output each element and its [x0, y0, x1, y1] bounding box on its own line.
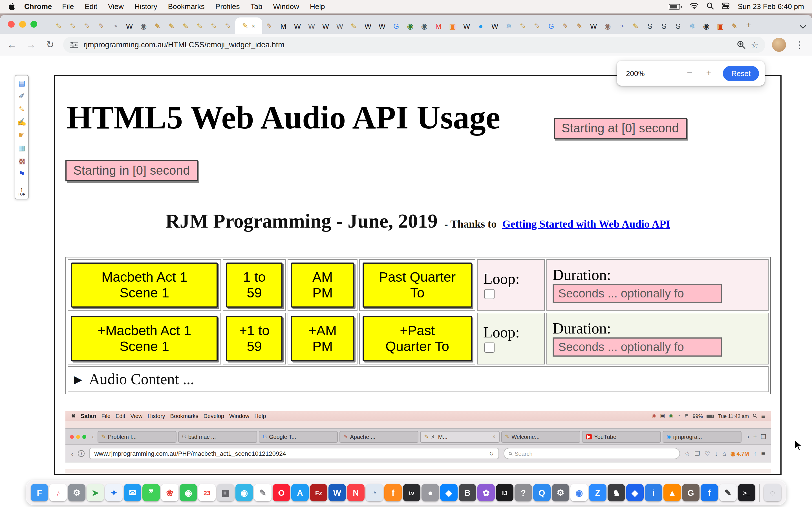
- macbeth-button[interactable]: Macbeth Act 1 Scene 1: [71, 263, 218, 307]
- dock-icon-purple-app[interactable]: ✿: [477, 484, 495, 501]
- add-duration-input[interactable]: [553, 337, 722, 356]
- browser-tab[interactable]: ▣: [713, 18, 727, 34]
- chrome-menu-icon[interactable]: ⋮: [793, 40, 806, 50]
- zoom-reset-button[interactable]: Reset: [723, 66, 759, 81]
- dock-icon-settings[interactable]: ⚙: [68, 484, 86, 501]
- new-tab-button[interactable]: +: [742, 18, 756, 33]
- menubar-item-profiles[interactable]: Profiles: [215, 2, 240, 11]
- add-am-pm-button[interactable]: +AM PM: [291, 316, 354, 361]
- browser-tab[interactable]: ✎: [179, 18, 193, 34]
- dock-icon-intellij[interactable]: IJ: [496, 484, 513, 501]
- duration-input[interactable]: [553, 284, 722, 303]
- dock-icon-zoom[interactable]: Z: [589, 484, 606, 501]
- browser-tab[interactable]: ✎: [52, 18, 66, 34]
- browser-tab[interactable]: ◔: [615, 18, 629, 34]
- menubar-item-window[interactable]: Window: [273, 2, 299, 11]
- menubar-item-view[interactable]: View: [108, 2, 124, 11]
- paint-tool-icon[interactable]: ✐: [18, 93, 25, 100]
- painting-icon[interactable]: ▩: [18, 157, 26, 165]
- browser-tab[interactable]: ▣: [446, 18, 460, 34]
- picture-frame-icon[interactable]: ▦: [18, 144, 26, 152]
- wifi-icon[interactable]: [690, 2, 699, 11]
- menubar-item-edit[interactable]: Edit: [85, 2, 97, 11]
- browser-tab[interactable]: ✎: [193, 18, 207, 34]
- tab-search-chevron-icon[interactable]: [800, 25, 806, 29]
- pointing-hand-icon[interactable]: ☛: [18, 131, 25, 138]
- add-macbeth-button[interactable]: +Macbeth Act 1 Scene 1: [71, 316, 218, 361]
- dock-icon-word[interactable]: W: [328, 484, 346, 501]
- browser-tab[interactable]: ✎: [558, 18, 572, 34]
- url-text[interactable]: rjmprogramming.com.au/HTMLCSS/emoji_widg…: [84, 41, 731, 49]
- browser-tab[interactable]: W: [375, 18, 389, 34]
- address-bar[interactable]: rjmprogramming.com.au/HTMLCSS/emoji_widg…: [63, 37, 765, 53]
- zoom-out-button[interactable]: −: [684, 68, 695, 79]
- zoom-in-button[interactable]: +: [704, 68, 714, 79]
- control-center-icon[interactable]: [722, 2, 730, 11]
- apple-logo-icon[interactable]: [8, 2, 15, 11]
- am-pm-button[interactable]: AM PM: [291, 263, 354, 307]
- tab-close-icon[interactable]: ×: [252, 22, 255, 29]
- dock-icon-launchpad[interactable]: ▦: [217, 484, 234, 501]
- browser-tab[interactable]: ◉: [137, 18, 151, 34]
- browser-tab[interactable]: ✎: [530, 18, 544, 34]
- browser-tab[interactable]: W: [333, 18, 347, 34]
- dock-icon-vlc[interactable]: ▲: [663, 484, 681, 501]
- zoom-indicator-icon[interactable]: [737, 41, 745, 49]
- dock-icon-opera[interactable]: O: [273, 484, 290, 501]
- reload-button[interactable]: ↻: [44, 39, 56, 51]
- browser-tab[interactable]: ✎: [516, 18, 530, 34]
- browser-tab[interactable]: ✎: [66, 18, 80, 34]
- dock-icon-trash[interactable]: ◌: [764, 484, 781, 501]
- dock-icon-quicktime[interactable]: Q: [533, 484, 551, 501]
- fullscreen-window-button[interactable]: [31, 21, 37, 27]
- dock-icon-music[interactable]: ♪: [49, 484, 67, 501]
- browser-tab[interactable]: W: [488, 18, 502, 34]
- spotlight-icon[interactable]: [707, 2, 714, 11]
- dock-icon-gray-app[interactable]: ●: [421, 484, 439, 501]
- dock-icon-maps[interactable]: ➤: [87, 484, 104, 501]
- browser-tab[interactable]: W: [587, 18, 601, 34]
- browser-tab[interactable]: ✎: [207, 18, 221, 34]
- battery-icon[interactable]: [669, 4, 682, 9]
- browser-tab[interactable]: W: [122, 18, 137, 34]
- web-audio-api-link[interactable]: Getting Started with Web Audio API: [502, 218, 670, 230]
- dock-icon-mail[interactable]: ✉: [124, 484, 141, 501]
- dock-icon-safari[interactable]: ✦: [105, 484, 123, 501]
- browser-tab[interactable]: ●: [474, 18, 488, 34]
- browser-tab[interactable]: S: [643, 18, 657, 34]
- browser-tab[interactable]: G: [544, 18, 558, 34]
- browser-tab[interactable]: M: [432, 18, 446, 34]
- dock-icon-messages[interactable]: ❞: [142, 484, 160, 501]
- browser-tab[interactable]: W: [361, 18, 375, 34]
- browser-tab[interactable]: W: [290, 18, 305, 34]
- add-loop-checkbox[interactable]: [485, 342, 495, 353]
- close-window-button[interactable]: [8, 21, 15, 27]
- browser-tab[interactable]: W: [305, 18, 319, 34]
- past-quarter-to-button[interactable]: Past Quarter To: [363, 263, 472, 307]
- loop-checkbox[interactable]: [485, 289, 495, 299]
- dock-icon-calendar[interactable]: 23: [198, 484, 216, 501]
- dock-icon-info-app[interactable]: i: [645, 484, 662, 501]
- menubar-item-help[interactable]: Help: [310, 2, 325, 11]
- browser-tab[interactable]: ✎: [347, 18, 361, 34]
- browser-tab[interactable]: S: [671, 18, 685, 34]
- books-icon[interactable]: ▤: [18, 79, 26, 87]
- dock-icon-facetime[interactable]: ◉: [180, 484, 197, 501]
- browser-tab[interactable]: ◉: [403, 18, 417, 34]
- dock-icon-preview[interactable]: ◔: [366, 484, 383, 501]
- browser-tab[interactable]: ✎: [727, 18, 742, 34]
- dock-icon-firefox[interactable]: f: [384, 484, 402, 501]
- runner-icon[interactable]: ✍: [17, 118, 26, 126]
- browser-tab[interactable]: M: [276, 18, 290, 34]
- add-past-quarter-to-button[interactable]: +Past Quarter To: [363, 316, 472, 361]
- browser-tab[interactable]: ◉: [601, 18, 615, 34]
- browser-tab[interactable]: S: [657, 18, 671, 34]
- dock-icon-photo-booth[interactable]: ◉: [236, 484, 253, 501]
- dock-icon-pencil-app[interactable]: ✎: [719, 484, 737, 501]
- browser-tab[interactable]: ◔: [108, 18, 122, 34]
- browser-tab[interactable]: G: [389, 18, 403, 34]
- forward-button[interactable]: →: [25, 39, 37, 50]
- menubar-app-name[interactable]: Chrome: [24, 2, 52, 11]
- browser-tab[interactable]: ❄: [685, 18, 699, 34]
- audio-content-summary[interactable]: ▶ Audio Content ...: [68, 366, 769, 392]
